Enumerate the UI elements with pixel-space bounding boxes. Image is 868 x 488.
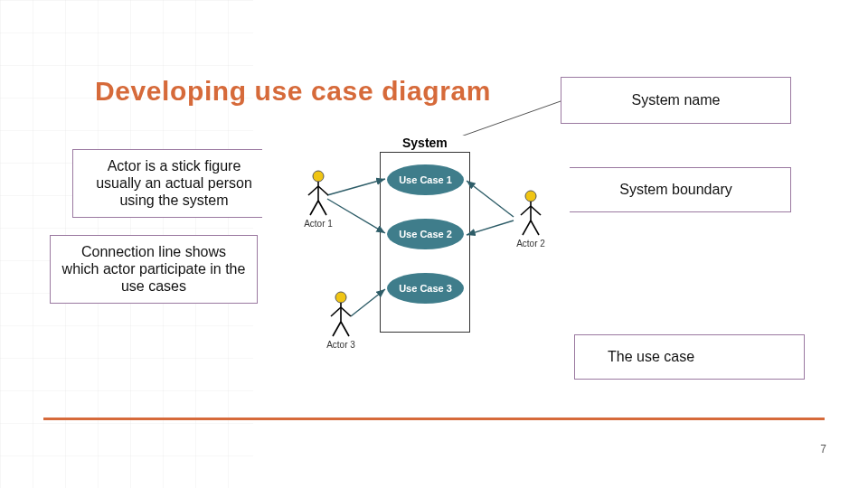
actor-3: Actor 3	[321, 291, 361, 350]
use-case-oval-1: Use Case 1	[387, 164, 464, 195]
svg-line-6	[467, 221, 514, 235]
stick-figure-icon	[517, 190, 544, 237]
svg-point-8	[313, 171, 324, 182]
svg-line-11	[318, 186, 328, 195]
svg-line-22	[331, 307, 341, 316]
svg-line-5	[467, 181, 514, 217]
callout-use-case: The use case	[574, 334, 805, 380]
svg-point-20	[335, 292, 346, 303]
svg-line-17	[531, 206, 541, 215]
actor-2-label: Actor 2	[511, 239, 551, 249]
actor-3-label: Actor 3	[321, 340, 361, 350]
footer-divider	[43, 418, 825, 420]
stick-figure-icon	[305, 170, 332, 217]
use-case-oval-2: Use Case 2	[387, 219, 464, 249]
svg-line-18	[523, 221, 531, 235]
slide: Developing use case diagram Actor is a s…	[0, 0, 868, 488]
svg-line-19	[531, 221, 539, 235]
svg-line-25	[341, 322, 349, 336]
page-number: 7	[820, 443, 826, 455]
callout-system-name: System name	[561, 77, 791, 124]
stick-figure-icon	[327, 291, 354, 338]
use-case-diagram: System Use Case 1 Use Case 2 Use Case 3	[262, 136, 570, 380]
page-title: Developing use case diagram	[95, 76, 491, 107]
callout-actor-desc: Actor is a stick figure usually an actua…	[72, 149, 276, 218]
use-case-oval-3: Use Case 3	[387, 273, 464, 304]
svg-point-14	[525, 191, 536, 202]
svg-line-10	[308, 186, 318, 195]
svg-line-13	[318, 201, 326, 215]
actor-2: Actor 2	[511, 190, 551, 249]
actor-1: Actor 1	[298, 170, 338, 229]
callout-system-boundary: System boundary	[561, 167, 791, 212]
svg-line-12	[310, 201, 318, 215]
system-label: System	[402, 136, 448, 150]
svg-line-16	[521, 206, 531, 215]
svg-line-24	[333, 322, 341, 336]
actor-1-label: Actor 1	[298, 219, 338, 229]
callout-connection-desc: Connection line shows which actor partic…	[50, 235, 258, 304]
svg-line-23	[341, 307, 351, 316]
